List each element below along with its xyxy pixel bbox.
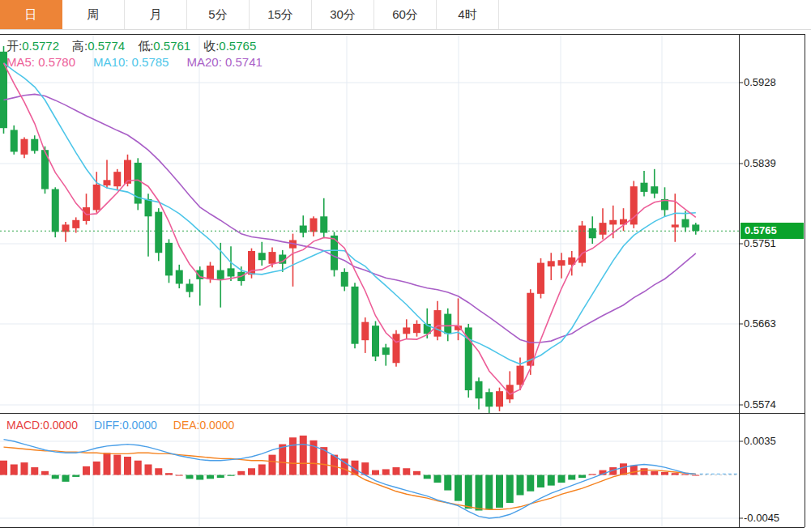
low-label: 低: [138,39,153,53]
diff-readout: DIFF:0.0000 [94,419,157,432]
ma-header: MA5: 0.5780MA10: 0.5785MA20: 0.5741 [6,55,280,69]
ma20-readout: MA20: 0.5741 [186,55,262,69]
axis-tick-label: -0.0045 [744,512,779,524]
macd-header: MACD:0.0000DIFF:0.0000DEA:0.0000 [6,419,250,432]
close-value: 0.5765 [219,39,256,53]
tab-5min[interactable]: 5分 [187,0,250,29]
current-price-tag: 0.5765 [741,223,804,239]
high-label: 高: [72,39,88,53]
high-value: 0.5774 [88,39,125,53]
close-label: 收: [203,39,219,53]
tab-15min[interactable]: 15分 [250,0,312,29]
tab-30min[interactable]: 30分 [312,0,374,29]
axis-tick-label: 0.5751 [744,237,776,249]
macd-readout: MACD:0.0000 [6,419,78,432]
low-value: 0.5761 [153,39,190,53]
tab-4hour[interactable]: 4时 [437,0,499,29]
tab-week[interactable]: 周 [62,0,125,29]
price-chart-area[interactable] [0,34,739,413]
axis-tick-label: 0.5839 [744,157,776,169]
axis-tick-label: 0.5574 [744,398,776,411]
open-label: 开: [6,39,22,53]
axis-tick-label: 0.5928 [744,76,776,88]
open-value: 0.5772 [22,39,59,53]
interval-tabbar: 日周月5分15分30分60分4时 [0,0,811,30]
axis-tick-label: 0.0035 [744,435,776,447]
tab-month[interactable]: 月 [125,0,187,29]
ma5-readout: MA5: 0.5780 [6,55,75,69]
tab-day[interactable]: 日 [0,0,62,29]
tab-60min[interactable]: 60分 [374,0,437,29]
dea-readout: DEA:0.0000 [173,419,235,432]
ma10-readout: MA10: 0.5785 [93,55,169,69]
ohlc-header: 开:0.5772高:0.5774低:0.5761收:0.5765 [6,39,269,54]
trading-chart-page: { "tabbar": { "tabs": [ {"id":"day","lab… [0,0,811,532]
axis-tick-label: 0.5663 [744,317,776,330]
